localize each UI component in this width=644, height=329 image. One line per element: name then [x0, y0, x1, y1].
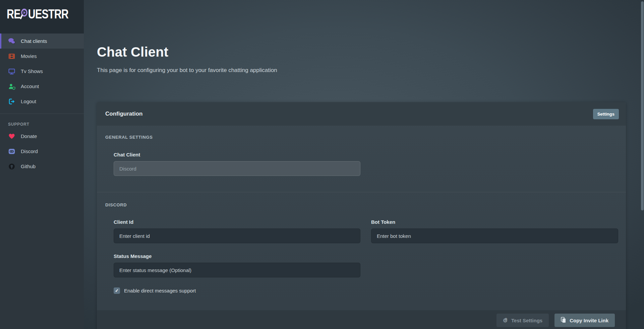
chat-bubbles-icon — [8, 38, 15, 45]
dm-support-checkbox[interactable] — [114, 287, 120, 294]
sidebar-item-label: Account — [21, 83, 39, 89]
sidebar-item-label: Donate — [21, 133, 37, 139]
chat-client-label: Chat Client — [114, 152, 618, 157]
configuration-card-footer: ⚙⚙ Test Settings Copy Invite Link — [97, 310, 626, 329]
page-subtitle: This page is for configuring your bot to… — [97, 67, 644, 74]
copy-invite-link-button[interactable]: Copy Invite Link — [554, 314, 615, 327]
user-shield-icon — [8, 83, 15, 90]
bot-token-group: Bot Token — [371, 219, 618, 243]
copy-invite-link-label: Copy Invite Link — [570, 318, 608, 323]
discord-credentials-row: Client Id Bot Token — [114, 219, 618, 243]
settings-button[interactable]: Settings — [593, 109, 619, 119]
magnifier-play-q-icon — [20, 5, 28, 23]
sidebar-item-label: Logout — [21, 98, 36, 104]
tv-icon — [8, 68, 15, 75]
sidebar-divider — [0, 114, 84, 114]
main-content: Chat Client This page is for configuring… — [84, 0, 644, 329]
general-settings-group: Chat Client — [114, 152, 618, 176]
sidebar-item-donate[interactable]: Donate — [0, 129, 84, 144]
test-settings-label: Test Settings — [511, 318, 542, 323]
dm-support-label: Enable direct messages support — [124, 288, 196, 293]
sidebar-item-label: Movies — [21, 53, 37, 59]
dm-support-row: Enable direct messages support — [114, 287, 618, 294]
film-icon — [8, 53, 15, 60]
sidebar-item-movies[interactable]: Movies — [0, 49, 84, 64]
configuration-title: Configuration — [105, 111, 142, 117]
sidebar-item-tv-shows[interactable]: Tv Shows — [0, 64, 84, 79]
bot-token-input[interactable] — [371, 228, 618, 243]
sidebar-item-github[interactable]: Github — [0, 159, 84, 174]
client-id-group: Client Id — [114, 219, 360, 243]
configuration-card: Configuration Settings GENERAL SETTINGS … — [97, 102, 626, 329]
status-message-label: Status Message — [114, 253, 618, 259]
section-divider — [97, 192, 626, 192]
app-root: RE UESTRR Chat clients — [0, 0, 644, 329]
support-section-title: SUPPORT — [8, 122, 84, 127]
sidebar-item-logout[interactable]: Logout — [0, 94, 84, 109]
scrollbar-thumb[interactable] — [641, 1, 644, 210]
sidebar-item-discord[interactable]: Discord — [0, 144, 84, 159]
status-message-input[interactable] — [114, 263, 360, 277]
logo-text-pre: RE — [7, 7, 20, 21]
sidebar-item-label: Github — [21, 163, 36, 169]
sidebar-nav: Chat clients Movies — [0, 34, 84, 174]
sidebar-item-label: Chat clients — [21, 38, 47, 44]
copy-icon — [561, 317, 566, 324]
sidebar: RE UESTRR Chat clients — [0, 0, 84, 329]
logo-text-post: UESTRR — [28, 7, 68, 21]
bot-token-label: Bot Token — [371, 219, 618, 225]
chat-client-select — [114, 161, 360, 176]
requestrr-logo: RE UESTRR — [7, 5, 68, 23]
client-id-label: Client Id — [114, 219, 360, 225]
discord-section-title: DISCORD — [105, 202, 618, 207]
sidebar-item-chat-clients[interactable]: Chat clients — [0, 34, 84, 49]
test-settings-button[interactable]: ⚙⚙ Test Settings — [496, 314, 549, 327]
github-icon — [8, 163, 15, 170]
status-message-group: Status Message — [114, 253, 618, 277]
heart-icon — [8, 133, 15, 139]
discord-icon — [8, 148, 15, 155]
page-title: Chat Client — [97, 45, 644, 60]
sidebar-item-label: Tv Shows — [21, 68, 43, 74]
logo-area: RE UESTRR — [0, 0, 84, 34]
sign-out-icon — [8, 98, 15, 105]
client-id-input[interactable] — [114, 228, 360, 243]
sidebar-item-label: Discord — [21, 148, 38, 154]
configuration-card-body: GENERAL SETTINGS Chat Client DISCORD Cli… — [97, 126, 626, 294]
configuration-card-header: Configuration Settings — [97, 102, 626, 126]
sidebar-item-account[interactable]: Account — [0, 79, 84, 94]
general-settings-section-title: GENERAL SETTINGS — [105, 135, 618, 140]
cogs-icon: ⚙⚙ — [503, 318, 508, 323]
